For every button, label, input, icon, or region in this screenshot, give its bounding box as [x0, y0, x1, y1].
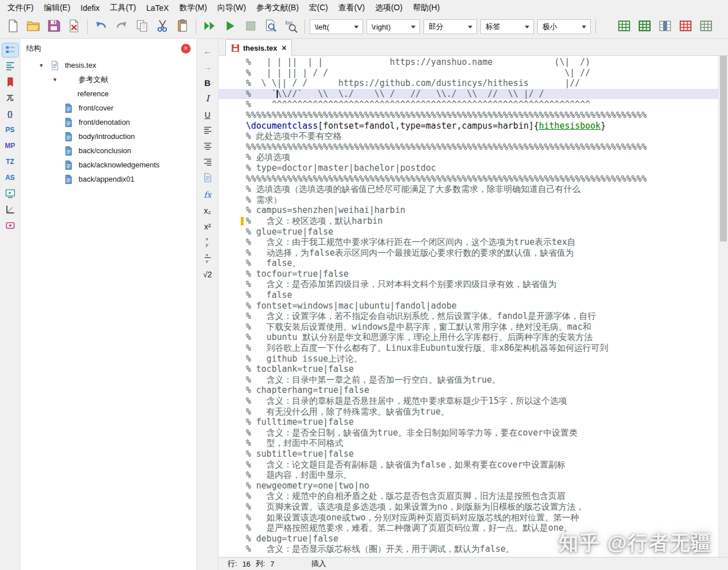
sectioning-combo[interactable]: 部分 — [423, 19, 477, 34]
tree-item[interactable]: ▼thesis.tex — [20, 58, 196, 72]
format-fraction-button[interactable]: xy — [200, 252, 215, 265]
code-line[interactable]: % ubuntu 默认分别是华文和思源字库，理论上用什么字库都行。后两种字库的安… — [219, 332, 718, 343]
redo-button[interactable] — [111, 18, 131, 36]
code-line[interactable]: % tocblank=true|false — [219, 364, 718, 375]
references-combo[interactable]: 标签 — [480, 19, 534, 34]
code-line[interactable]: %%%%%%%%%%%%%%%%%%%%%%%%%%%%%%%%%%%%%%%%… — [219, 110, 718, 121]
code-line[interactable]: % fulltime=true|false — [219, 417, 718, 428]
code-line[interactable]: % 含义：校区选项，默认harbin — [219, 216, 718, 227]
compile-and-view-button[interactable] — [199, 18, 220, 36]
code-line[interactable]: % github issue上讨论。 — [219, 354, 718, 364]
editor-content[interactable]: % | | || | | https://yanshuo.name (\| /)… — [219, 56, 718, 557]
font-size-combo[interactable]: 极小 — [537, 19, 591, 34]
code-line[interactable]: % 含义：目录的章标题是否悬挂居中，规范中要求章标题少于15字，所以这个选项 — [219, 396, 718, 407]
menu-item[interactable]: 查看(V) — [333, 1, 370, 15]
vertical-scrollbar[interactable] — [718, 56, 728, 557]
code-line[interactable]: % 动选择，为false表示区间内一个最接近版心要求行数的要求的默认值，缺省值为 — [219, 248, 718, 259]
menu-item[interactable]: 文件(F) — [2, 1, 39, 15]
open-file-button[interactable] — [23, 18, 43, 36]
view-log-button[interactable]: log — [281, 18, 302, 36]
code-line[interactable]: % 有无没什么用，除了特殊需求。缺省值为true。 — [219, 407, 718, 417]
table-extra-button[interactable] — [696, 18, 716, 36]
insert-table-button[interactable] — [614, 18, 634, 36]
new-document-button[interactable] — [2, 18, 23, 36]
code-line[interactable]: % debug=true|false — [219, 534, 718, 544]
tree-item[interactable]: back/acknowledgements — [20, 158, 196, 172]
code-line[interactable]: % type=doctor|master|bachelor|postdoc — [219, 163, 718, 174]
code-line[interactable]: % tocfour=true|false — [219, 269, 718, 280]
side-tab-asymptote[interactable]: AS — [2, 171, 18, 184]
close-panel-button[interactable]: × — [181, 44, 191, 54]
code-line[interactable]: % glue=true|false — [219, 227, 718, 237]
format-stackrel-button[interactable]: xy — [200, 236, 215, 249]
side-tab-overview[interactable] — [2, 59, 18, 73]
add-column-button[interactable] — [655, 18, 675, 36]
format-italic-button[interactable]: I — [200, 92, 215, 105]
tree-item[interactable]: back/conclusion — [20, 143, 196, 158]
format-subscript-button[interactable]: x₂ — [200, 204, 215, 217]
format-go-back-button[interactable]: ← — [200, 44, 215, 58]
tree-item[interactable]: back/appendix01 — [20, 172, 196, 186]
side-tab-pstricks[interactable]: PS — [2, 123, 18, 137]
code-line[interactable]: % fontset=windows|mac|ubuntu|fandol|adob… — [219, 301, 718, 311]
menu-item[interactable]: 工具(T) — [105, 1, 141, 15]
code-line[interactable]: % false — [219, 290, 718, 301]
side-tab-math-symbols[interactable]: 兀 — [2, 91, 18, 105]
format-environment-button[interactable] — [200, 172, 215, 185]
code-line[interactable]: % newgeometry=one|two|no — [219, 481, 718, 491]
side-tab-brackets[interactable]: {} — [2, 107, 18, 121]
insert-tabular-button[interactable] — [634, 18, 655, 36]
code-line[interactable]: % 含义：设置字体，若不指定会自动识别系统，然后设置字体。fandol是开源字体… — [219, 311, 718, 322]
code-line[interactable]: % ^^^^^^^^^^^^^^^^^^^^^^^^^^^^^^^^^^^^^^… — [219, 99, 718, 110]
format-square-root-button[interactable]: √2 — [200, 268, 215, 281]
menu-item[interactable]: 宏(C) — [304, 1, 333, 15]
format-align-right-button[interactable] — [200, 156, 215, 169]
code-line[interactable]: % 下载安装后设置使用。windows是中易字库，窗工默认常用字体，绝对没毛病。… — [219, 322, 718, 333]
code-line[interactable]: % `\\//` \\ \./ \\ / // \\./ \\ // \\ |/… — [219, 89, 718, 100]
format-bold-button[interactable]: B — [200, 76, 215, 89]
undo-button[interactable] — [91, 18, 111, 36]
side-tab-preview[interactable] — [2, 187, 18, 200]
format-superscript-button[interactable]: x² — [200, 220, 215, 233]
code-line[interactable]: % 题内容，封面中显示。 — [219, 470, 718, 481]
tree-item[interactable]: front/cover — [20, 101, 196, 115]
paste-button[interactable] — [172, 18, 193, 36]
menu-item[interactable]: 帮助(H) — [408, 1, 445, 15]
format-math-function-button[interactable]: fx — [200, 188, 215, 201]
side-tab-structure[interactable] — [2, 43, 18, 57]
tree-item[interactable]: reference — [20, 87, 196, 101]
code-line[interactable]: % 型，封面中不同格式 — [219, 438, 718, 449]
code-line[interactable]: % 必填选项 — [219, 152, 718, 163]
stop-button[interactable] — [240, 18, 261, 36]
code-line[interactable]: % 含义：目录中第一章之前，是否加一行空白。缺省值为true。 — [219, 375, 718, 386]
code-line[interactable]: % | | || | / / \| // — [219, 68, 718, 79]
menu-item[interactable]: 编辑(E) — [39, 1, 76, 15]
code-line[interactable]: % 页脚来设置。该选项是多选选项，如果设置为no，则版新为旧模板的版芯设置方法， — [219, 502, 718, 512]
collapse-arrow-icon[interactable]: ▼ — [38, 63, 50, 68]
save-button[interactable] — [43, 18, 64, 36]
menu-item[interactable]: LaTeX — [141, 1, 174, 15]
compile-button[interactable] — [220, 18, 240, 36]
tree-item[interactable]: body/introduction — [20, 129, 196, 143]
code-line[interactable]: % 含义：是否添加第四级目录，只对本科文科个别要求四级目录有效，缺省值为 — [219, 279, 718, 290]
right-delimiter-combo[interactable]: \right) — [367, 19, 420, 34]
code-line[interactable]: % 需求） — [219, 195, 718, 206]
code-line[interactable]: % 含义：是否显示版芯标线（圈）开关，用于调试，默认为false。 — [219, 544, 718, 555]
code-line[interactable]: % campus=shenzhen|weihai|harbin — [219, 205, 718, 216]
side-tab-tikz[interactable]: TZ — [2, 155, 18, 169]
view-find-button[interactable] — [261, 18, 281, 36]
code-line[interactable]: \documentclass[fontset=fandol,type=maste… — [219, 121, 718, 132]
format-align-left-button[interactable] — [200, 124, 215, 137]
format-go-forward-button[interactable]: → — [200, 60, 215, 73]
left-delimiter-combo[interactable]: \left( — [310, 19, 363, 34]
side-tab-review[interactable] — [2, 219, 18, 232]
code-line[interactable]: % false。 — [219, 258, 718, 269]
code-line[interactable]: %%%%%%%%%%%%%%%%%%%%%%%%%%%%%%%%%%%%%%%%… — [219, 174, 718, 184]
format-align-center-button[interactable] — [200, 140, 215, 153]
menu-item[interactable]: 数学(M) — [174, 1, 212, 15]
close-document-button[interactable] — [64, 18, 84, 36]
code-line[interactable]: % \ \|| / / https://github.com/dustincys… — [219, 78, 718, 89]
menu-item[interactable]: 参考文献(B) — [251, 1, 304, 15]
code-line[interactable]: % | | || | | https://yanshuo.name (\| /) — [219, 57, 718, 68]
editor-tab[interactable]: thesis.tex× — [225, 39, 292, 56]
